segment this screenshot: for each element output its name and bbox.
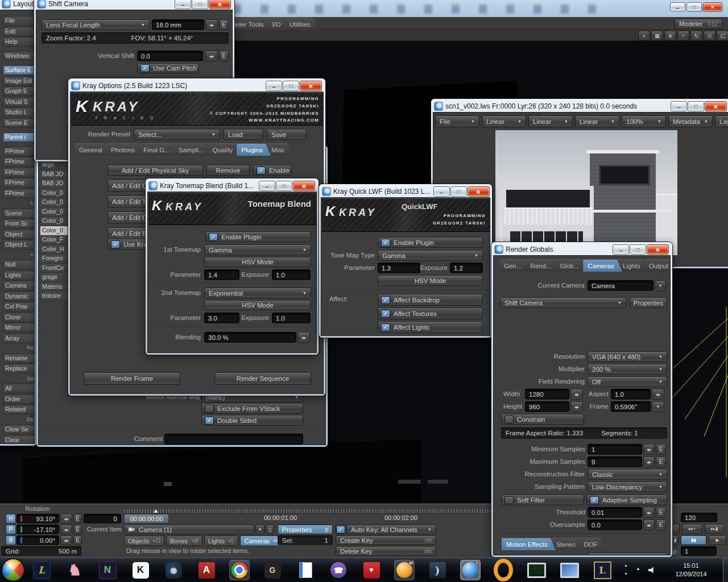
mini-tool-icon[interactable]: ≡: [638, 31, 650, 40]
render-globals-tab[interactable]: Gen...: [499, 259, 530, 272]
aspect-stepper[interactable]: [652, 389, 664, 400]
enable-plugin-checkbox[interactable]: Enable Plugin: [205, 231, 311, 242]
render-globals-titlebar[interactable]: Render Globals: [493, 244, 671, 255]
current-camera-dropdown-button[interactable]: [655, 280, 666, 291]
maximize-button[interactable]: [276, 181, 292, 191]
threshold-stepper[interactable]: [643, 507, 655, 518]
minimize-button[interactable]: [259, 181, 275, 191]
taskbar-app-icon[interactable]: G: [263, 560, 282, 580]
taskbar-clock[interactable]: 15:01 12/09/2014: [663, 562, 719, 579]
sidebar-item[interactable]: From Sc: [3, 219, 35, 228]
sidebar-item[interactable]: Rename: [3, 354, 35, 363]
sidebar-item[interactable]: A: [3, 251, 35, 259]
frame-field[interactable]: 0.5906": [611, 401, 651, 412]
sidebar-item[interactable]: Object: [3, 230, 35, 239]
enable-plugin-checkbox[interactable]: Enable Plugin: [378, 237, 483, 248]
oversample-field[interactable]: 0.0: [588, 519, 642, 530]
pitch-channel-button[interactable]: P: [6, 525, 16, 534]
sidebar-item[interactable]: Clone: [3, 313, 35, 322]
taskbar-app-icon[interactable]: L: [32, 560, 51, 580]
pitch-stepper[interactable]: [60, 525, 72, 534]
close-button[interactable]: [468, 186, 490, 197]
show-hidden-icons-button[interactable]: ▲: [636, 567, 640, 571]
kray-tab[interactable]: General: [75, 143, 110, 156]
minimize-button[interactable]: [266, 81, 282, 91]
sidebar-item[interactable]: Studio L: [3, 107, 35, 117]
aspect-field[interactable]: 1.0: [611, 389, 651, 400]
play-forward-button-dim[interactable]: ▸: [672, 524, 680, 534]
item-type-tab[interactable]: Objects+O: [124, 535, 164, 546]
mini-tool-icon[interactable]: ▦: [651, 31, 663, 40]
taskbar-app-icon[interactable]: M: [395, 560, 414, 580]
parameter-field-2[interactable]: 3.0: [204, 313, 239, 323]
first-tonemap-dropdown[interactable]: Gamma: [204, 244, 311, 255]
taskbar-app-icon[interactable]: A: [197, 560, 216, 580]
maximize-button[interactable]: [450, 186, 467, 197]
maximum-samples-envelope[interactable]: [656, 456, 666, 467]
sidebar-item[interactable]: Parent i: [3, 132, 35, 142]
minimum-samples-stepper[interactable]: [643, 444, 655, 455]
taskbar-app-icon[interactable]: ▼: [362, 560, 381, 580]
kray-tab[interactable]: Quality: [208, 143, 241, 156]
sidebar-item[interactable]: De: [3, 415, 35, 424]
timeline-slider-handle[interactable]: 00:00:00:00: [124, 514, 169, 523]
taskbar-app-icon[interactable]: ◉: [164, 560, 183, 580]
maximum-samples-field[interactable]: 9: [588, 456, 642, 467]
sidebar-item[interactable]: Related: [3, 405, 35, 414]
sidebar-item[interactable]: Help: [3, 37, 35, 47]
lens-stepper[interactable]: [205, 19, 218, 30]
threshold-field[interactable]: 0.01: [588, 507, 642, 518]
close-button[interactable]: [705, 101, 727, 111]
double-sided-checkbox[interactable]: Double Sided: [201, 415, 303, 426]
lens-focal-length-dropdown[interactable]: Lens Focal Length: [42, 19, 150, 30]
affect-checkbox[interactable]: Affect Backdrop: [378, 294, 483, 306]
constrain-checkbox[interactable]: Constrain: [501, 414, 584, 425]
bg-close-button[interactable]: [703, 2, 722, 11]
sidebar-item[interactable]: Cvt Pow: [3, 302, 35, 311]
sidebar-item[interactable]: [3, 143, 35, 146]
oversample-envelope[interactable]: [656, 519, 666, 530]
current-frame-field[interactable]: 0: [84, 514, 121, 523]
tray-scroll-up-icon[interactable]: ▲: [624, 563, 628, 567]
sidebar-item[interactable]: [3, 48, 35, 51]
preview-toolbar-dropdown[interactable]: Linear: [528, 115, 573, 127]
layout-titlebar[interactable]: Layout: [0, 0, 35, 10]
preset-save-button[interactable]: Save: [267, 129, 307, 140]
preview-toolbar-dropdown[interactable]: 100%: [622, 115, 666, 127]
height-stepper[interactable]: [570, 401, 583, 412]
tray-scroll-down-icon[interactable]: ▼: [624, 572, 628, 576]
show-desktop-button[interactable]: [723, 558, 728, 582]
taskbar-app-icon[interactable]: [230, 560, 249, 580]
taskbar-app-icon[interactable]: ♞: [65, 560, 84, 580]
motion-blur-dropdown[interactable]: Off: [588, 552, 667, 555]
lens-value-field[interactable]: 18.0 mm: [152, 19, 204, 30]
sidebar-item[interactable]: Order: [3, 394, 35, 404]
taskbar-app-icon[interactable]: ): [428, 560, 447, 580]
preview-toolbar-dropdown[interactable]: Linear: [575, 115, 619, 127]
remove-plugin-button[interactable]: Remove: [206, 165, 250, 176]
close-button[interactable]: [647, 244, 669, 255]
blending-field[interactable]: 30.0 %: [204, 332, 296, 343]
mini-tool-icon[interactable]: +: [677, 31, 689, 40]
frame-step-back-button[interactable]: ▮: [672, 535, 679, 545]
sidebar-item[interactable]: Array: [3, 334, 35, 343]
main-tab[interactable]: Utilities: [285, 18, 318, 30]
sidebar-item[interactable]: Edit: [3, 27, 35, 36]
heading-stepper[interactable]: [60, 514, 72, 523]
current-item-arrow-button[interactable]: [255, 525, 264, 534]
parameter-field-1[interactable]: 1.4: [204, 269, 239, 280]
vertical-shift-stepper[interactable]: [205, 51, 218, 61]
threshold-envelope[interactable]: [656, 507, 666, 518]
minimize-button[interactable]: [613, 244, 629, 255]
sidebar-item[interactable]: Windows: [3, 51, 35, 61]
camera-properties-button[interactable]: Properties: [630, 297, 667, 308]
maximize-button[interactable]: [192, 0, 208, 9]
oversample-stepper[interactable]: [643, 519, 655, 530]
exclude-vstack-checkbox[interactable]: Exclude From VStack: [201, 403, 303, 414]
vertical-shift-field[interactable]: 0.0: [137, 51, 203, 61]
sidebar-item[interactable]: Clear: [3, 435, 35, 444]
quicklwf-titlebar[interactable]: Kray Quick LWF (Build 1023 L...: [321, 186, 490, 197]
reconstruction-filter-dropdown[interactable]: Classic: [588, 469, 667, 480]
create-key-button[interactable]: Create Keyret: [336, 535, 436, 545]
width-field[interactable]: 1280: [525, 389, 569, 400]
